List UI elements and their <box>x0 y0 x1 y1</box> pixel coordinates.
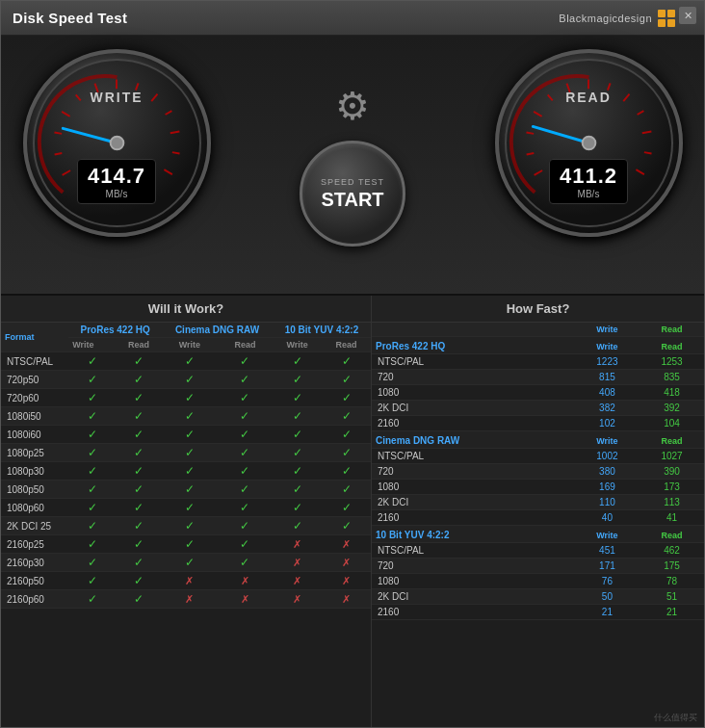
check-cell: ✓ <box>68 535 116 554</box>
write-right-header: Write <box>575 323 640 337</box>
check-cell: ✓ <box>162 444 218 462</box>
check-cell: ✗ <box>322 554 371 572</box>
table-row: 2K DCI 25✓✓✓✓✓✓ <box>1 517 371 535</box>
write-value: 451 <box>575 543 640 559</box>
svg-line-17 <box>526 133 534 134</box>
write-value: 382 <box>575 401 640 416</box>
read-gauge-outer: READ 411.2 MB/s <box>495 49 683 237</box>
row-label: 1080p60 <box>1 499 68 517</box>
read-gauge: READ 411.2 MB/s <box>492 49 685 280</box>
check-cell: ✗ <box>273 572 322 590</box>
check-cell: ✓ <box>162 499 218 517</box>
settings-icon[interactable]: ⚙ <box>329 83 376 129</box>
check-cell: ✓ <box>162 554 218 572</box>
check-cell: ✓ <box>322 426 371 444</box>
check-cell: ✓ <box>218 554 273 572</box>
table-row: 1080p25✓✓✓✓✓✓ <box>1 444 371 462</box>
check-cell: ✓ <box>218 407 273 426</box>
svg-line-15 <box>534 170 541 175</box>
check-cell: ✓ <box>68 481 116 499</box>
check-cell: ✗ <box>218 590 273 609</box>
section-name: Cinema DNG RAW <box>372 431 575 449</box>
row-label: 1080 <box>372 574 575 589</box>
table-row: 1080p30✓✓✓✓✓✓ <box>1 462 371 481</box>
check-cell: ✓ <box>162 535 218 554</box>
check-cell: ✓ <box>273 444 322 462</box>
check-cell: ✓ <box>322 462 371 481</box>
check-cell: ✓ <box>116 407 162 426</box>
will-it-work-table: Format ProRes 422 HQ Cinema DNG RAW 10 B… <box>1 323 371 609</box>
table-row: 2160p25✓✓✓✓✗✗ <box>1 535 371 554</box>
row-label: 2160 <box>372 510 575 526</box>
check-cell: ✓ <box>273 517 322 535</box>
center-controls: ⚙ SPEED TEST START <box>300 83 405 247</box>
svg-line-4 <box>75 94 80 100</box>
prores-header: ProRes 422 HQ <box>68 323 162 338</box>
check-cell: ✗ <box>322 572 371 590</box>
read-value: 104 <box>640 416 704 431</box>
read-gauge-value: 411.2 <box>560 164 617 189</box>
row-label: 720 <box>372 464 575 480</box>
row-label: 2K DCI <box>372 401 575 416</box>
row-label: 2160 <box>372 605 575 620</box>
check-cell: ✓ <box>162 389 218 407</box>
start-button[interactable]: SPEED TEST START <box>300 141 405 247</box>
start-button-label: SPEED TEST <box>321 177 384 187</box>
write-value: 380 <box>575 464 640 480</box>
check-cell: ✓ <box>116 517 162 535</box>
svg-line-11 <box>171 152 179 153</box>
read-value: 113 <box>640 495 704 510</box>
check-cell: ✓ <box>68 389 116 407</box>
svg-line-28 <box>533 126 588 143</box>
check-cell: ✓ <box>68 407 116 426</box>
check-cell: ✓ <box>273 481 322 499</box>
row-label: 720p60 <box>1 389 68 407</box>
svg-line-10 <box>170 132 179 134</box>
row-label: 2160p25 <box>1 535 68 554</box>
row-label: 2K DCI 25 <box>1 517 68 535</box>
check-cell: ✓ <box>68 572 116 590</box>
right-table-title: How Fast? <box>372 296 704 323</box>
how-fast-table: Write Read ProRes 422 HQWriteReadNTSC/PA… <box>372 323 704 620</box>
write-value: 169 <box>575 480 640 495</box>
app-title: Disk Speed Test <box>13 10 127 26</box>
check-cell: ✓ <box>322 371 371 389</box>
read-value: 173 <box>640 480 704 495</box>
svg-line-9 <box>165 111 171 115</box>
check-cell: ✓ <box>273 371 322 389</box>
start-button-text: START <box>321 189 383 211</box>
check-cell: ✓ <box>273 499 322 517</box>
row-label: NTSC/PAL <box>372 449 575 464</box>
close-button[interactable]: ✕ <box>679 7 696 24</box>
section-write-label: Write <box>575 337 640 354</box>
check-cell: ✓ <box>116 554 162 572</box>
table-row: 2K DCI382392 <box>372 401 704 416</box>
check-cell: ✓ <box>116 590 162 609</box>
row-label: 2K DCI <box>372 495 575 510</box>
check-cell: ✓ <box>68 462 116 481</box>
gauges-section: WRITE 414.7 MB/s ⚙ SPEED TEST START <box>1 36 704 296</box>
check-cell: ✓ <box>322 499 371 517</box>
read-value: 418 <box>640 385 704 401</box>
svg-line-27 <box>636 169 643 174</box>
check-cell: ✓ <box>162 352 218 371</box>
row-label: NTSC/PAL <box>372 543 575 559</box>
left-table-title: Will it Work? <box>1 296 371 323</box>
check-cell: ✗ <box>218 572 273 590</box>
check-cell: ✓ <box>68 517 116 535</box>
table-row: NTSC/PAL10021027 <box>372 449 704 464</box>
check-cell: ✓ <box>116 499 162 517</box>
read-value: 1253 <box>640 354 704 370</box>
write-gauge-outer: WRITE 414.7 MB/s <box>23 49 211 237</box>
table-row: 720380390 <box>372 464 704 480</box>
read-gauge-unit: MB/s <box>560 189 617 199</box>
write-value: 815 <box>575 370 640 385</box>
yuv-write-header: Write <box>273 338 322 352</box>
row-label: 720 <box>372 559 575 574</box>
section-read-label: Read <box>640 337 704 354</box>
check-cell: ✓ <box>218 371 273 389</box>
write-value: 102 <box>575 416 640 431</box>
read-value: 1027 <box>640 449 704 464</box>
write-gauge-display: 414.7 MB/s <box>77 159 156 204</box>
check-cell: ✓ <box>68 590 116 609</box>
